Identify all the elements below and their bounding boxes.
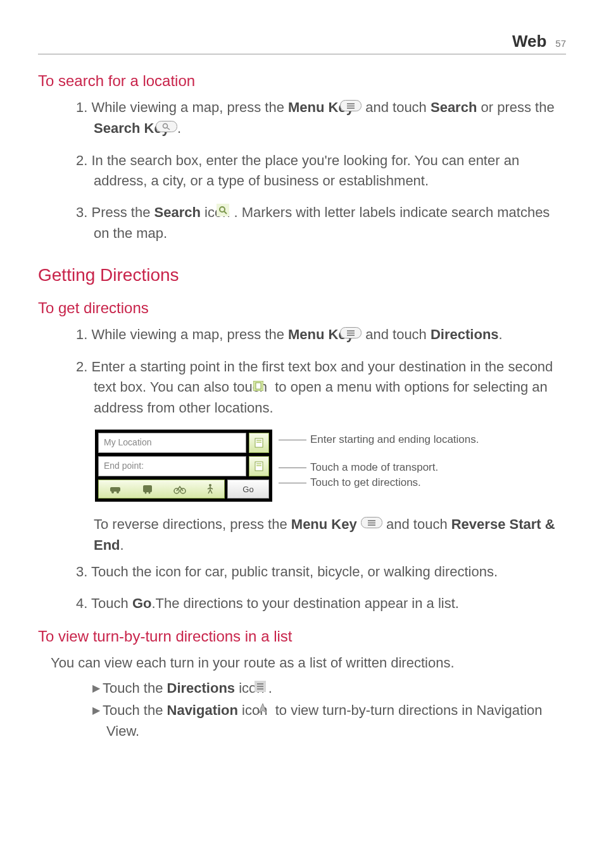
header-section-title: Web — [512, 32, 546, 51]
contacts-icon — [254, 461, 264, 471]
text-fragment: Touch the — [103, 680, 167, 696]
directions-step-1: 1. While viewing a map, press the Menu K… — [76, 325, 566, 345]
text-fragment: 1. While viewing a map, press the — [76, 99, 288, 115]
directions-panel: My Location End point: — [95, 430, 272, 502]
search-step-1: 1. While viewing a map, press the Menu K… — [76, 97, 566, 139]
svg-rect-15 — [256, 383, 261, 389]
bicycle-icon — [173, 483, 187, 495]
reverse-directions-note: To reverse directions, press the Menu Ke… — [76, 514, 566, 555]
triangle-bullet-icon: ▶ — [92, 683, 100, 693]
menu-key-icon — [358, 97, 362, 117]
turn-bullet-2: ▶Touch the Navigation icon to view turn-… — [76, 700, 566, 741]
text-fragment: . — [499, 326, 503, 342]
svg-rect-34 — [368, 524, 375, 526]
search-step-2: 2. In the search box, enter the place yo… — [76, 151, 566, 191]
svg-rect-36 — [257, 683, 263, 685]
menu-key-label-3: Menu Key — [291, 516, 357, 532]
text-fragment: Touch the — [103, 702, 167, 718]
transport-mode-selector[interactable] — [98, 480, 225, 499]
svg-rect-21 — [256, 465, 261, 466]
text-fragment: . — [120, 537, 124, 553]
turn-intro: You can view each turn in your route as … — [51, 653, 566, 673]
walk-icon — [205, 483, 215, 495]
search-label: Search — [431, 99, 477, 115]
svg-rect-2 — [347, 106, 355, 107]
directions-step-4: 4. Touch Go.The directions to your desti… — [76, 593, 566, 614]
navigation-label: Navigation — [167, 702, 238, 718]
svg-rect-33 — [368, 523, 375, 524]
text-fragment: or press the — [477, 99, 554, 115]
svg-rect-3 — [347, 108, 355, 109]
callout-start-end: Enter starting and ending locations. — [310, 433, 479, 446]
svg-rect-4 — [156, 121, 177, 132]
start-contacts-button[interactable] — [249, 433, 269, 453]
svg-rect-11 — [347, 330, 355, 332]
svg-rect-7 — [217, 204, 229, 216]
svg-rect-13 — [347, 335, 355, 336]
callout-connector — [279, 440, 306, 440]
callout-connector — [279, 468, 306, 468]
end-point-field[interactable]: End point: — [98, 456, 246, 476]
svg-point-24 — [116, 491, 119, 493]
svg-rect-1 — [347, 103, 355, 104]
callout-column: Enter starting and ending locations. Tou… — [279, 430, 479, 489]
search-key-icon — [173, 118, 177, 138]
bus-icon — [141, 483, 154, 495]
callout-connector — [279, 483, 306, 483]
search-label-2: Search — [154, 204, 201, 220]
menu-key-icon — [361, 514, 382, 534]
heading-turn-by-turn: To view turn-by-turn directions in a lis… — [38, 628, 566, 645]
text-fragment: . — [268, 680, 272, 696]
text-fragment: To reverse directions, press the — [94, 516, 291, 532]
car-icon — [108, 483, 122, 495]
callout-go: Touch to get directions. — [310, 476, 421, 489]
heading-getting-directions: Getting Directions — [38, 265, 566, 285]
svg-rect-17 — [256, 440, 261, 441]
turn-bullet-1: ▶Touch the Directions icon . — [76, 678, 566, 699]
svg-rect-12 — [347, 333, 355, 334]
text-fragment: .The directions to your destination appe… — [151, 595, 459, 611]
contacts-icon — [254, 438, 264, 448]
svg-rect-37 — [257, 686, 263, 687]
text-fragment: and touch — [386, 516, 451, 532]
directions-step-3: 3. Touch the icon for car, public transi… — [76, 562, 566, 582]
heading-to-get-directions: To get directions — [38, 299, 566, 317]
svg-rect-22 — [110, 487, 120, 492]
text-fragment: 1. While viewing a map, press the — [76, 326, 288, 342]
text-fragment: and touch — [365, 326, 431, 342]
svg-rect-25 — [143, 485, 152, 492]
start-point-field[interactable]: My Location — [98, 433, 246, 453]
svg-rect-20 — [256, 463, 261, 464]
directions-ui-example: My Location End point: — [95, 430, 566, 502]
page-header: Web 57 — [38, 32, 566, 54]
text-fragment: 4. Touch — [76, 595, 132, 611]
text-fragment: and touch — [365, 99, 431, 115]
text-fragment: 3. Press the — [76, 204, 154, 220]
directions-label: Directions — [431, 326, 499, 342]
header-page-number: 57 — [555, 38, 566, 49]
directions-step-2: 2. Enter a starting point in the first t… — [76, 357, 566, 418]
go-button[interactable]: Go — [227, 480, 269, 499]
directions-label-2: Directions — [167, 680, 236, 696]
svg-rect-38 — [257, 688, 263, 690]
end-contacts-button[interactable] — [249, 456, 269, 476]
triangle-bullet-icon: ▶ — [92, 705, 100, 716]
heading-search-location: To search for a location — [38, 72, 566, 90]
svg-point-30 — [209, 484, 211, 487]
callout-mode: Touch a mode of transport. — [310, 461, 438, 474]
search-step-3: 3. Press the Search icon . Markers with … — [76, 202, 566, 244]
menu-key-icon — [358, 324, 362, 344]
go-label: Go — [132, 595, 152, 611]
svg-point-27 — [148, 492, 150, 494]
svg-rect-18 — [256, 442, 261, 443]
svg-marker-39 — [259, 704, 267, 713]
svg-point-23 — [111, 491, 114, 493]
svg-rect-32 — [368, 520, 375, 521]
text-fragment: . — [177, 120, 181, 136]
svg-point-26 — [144, 492, 146, 494]
